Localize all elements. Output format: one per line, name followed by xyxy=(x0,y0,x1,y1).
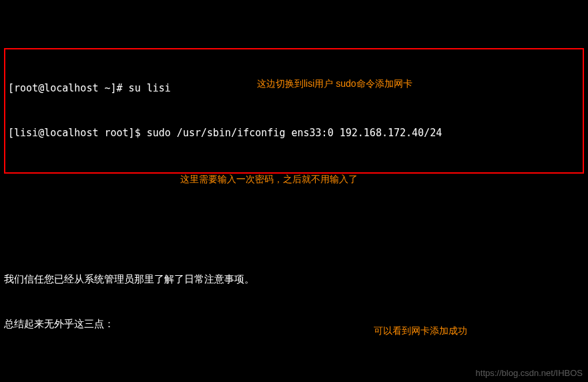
highlight-box-commands: [root@localhost ~]# su lisi [lisi@localh… xyxy=(4,48,584,174)
annotation-success: 可以看到网卡添加成功 xyxy=(374,324,467,338)
sudo-lecture-1: 我们信任您已经从系统管理员那里了解了日常注意事项。 xyxy=(4,272,584,287)
cmd-sudo-ifconfig: [lisi@localhost root]$ sudo /usr/sbin/if… xyxy=(8,126,580,141)
watermark: https://blog.csdn.net/IHBOS xyxy=(476,367,583,380)
annotation-password: 这里需要输入一次密码，之后就不用输入了 xyxy=(180,172,358,186)
terminal-output: [root@localhost ~]# su lisi [lisi@localh… xyxy=(4,3,584,382)
annotation-switch-user: 这边切换到lisi用户 sudo命令添加网卡 xyxy=(257,77,412,91)
sudo-lecture-2: 总结起来无外乎这三点： xyxy=(4,317,584,332)
